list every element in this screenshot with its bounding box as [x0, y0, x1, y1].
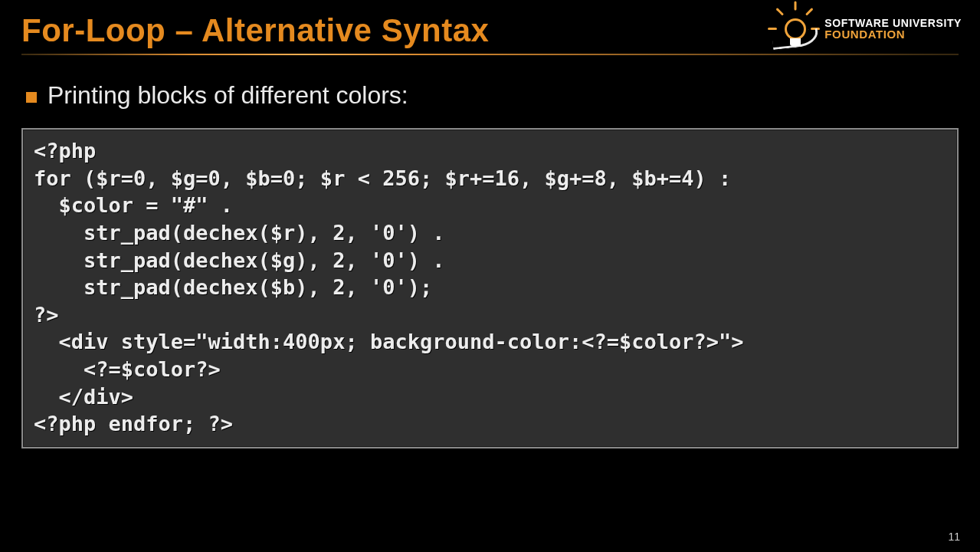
page-number: 11: [948, 531, 960, 543]
code-block: <?php for ($r=0, $g=0, $b=0; $r < 256; $…: [21, 128, 959, 449]
slide: SOFTWARE UNIVERSITY FOUNDATION For-Loop …: [0, 0, 980, 552]
brand-text: SOFTWARE UNIVERSITY FOUNDATION: [824, 18, 962, 41]
bullet-item: Printing blocks of different colors:: [26, 81, 959, 110]
brand-line2: FOUNDATION: [824, 28, 962, 40]
title-underline: [21, 54, 959, 55]
code-content: <?php for ($r=0, $g=0, $b=0; $r < 256; $…: [34, 137, 946, 438]
brand-line1: SOFTWARE UNIVERSITY: [824, 18, 962, 28]
lightbulb-icon: [774, 8, 817, 51]
bullet-marker-icon: [26, 92, 37, 103]
brand-logo: SOFTWARE UNIVERSITY FOUNDATION: [774, 8, 962, 51]
bullet-text: Printing blocks of different colors:: [48, 81, 408, 110]
